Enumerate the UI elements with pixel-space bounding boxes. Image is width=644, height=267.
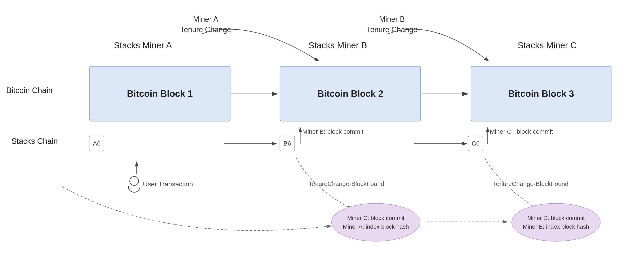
stacks-miner-a-label: Stacks Miner A — [114, 41, 172, 50]
btc-chain-label: Bitcoin Chain — [6, 86, 52, 95]
ellipse-2: Miner D: block commit Miner B: index blo… — [512, 203, 600, 241]
btc-block-1: Bitcoin Block 1 — [89, 66, 230, 121]
miner-b-commit-label: Miner B: block commit — [302, 128, 364, 135]
stacks-block-b6: B6 — [280, 136, 295, 151]
tenure-change-blockfound-1-label: TenureChange-BlockFound — [308, 180, 384, 187]
stacks-block-c6: C6 — [468, 136, 483, 151]
ellipse-1: Miner C: block commit Miner A: index blo… — [331, 203, 420, 241]
miner-c-commit-label: Miner C : block commit — [490, 128, 553, 135]
btc-block-3: Bitcoin Block 3 — [471, 66, 612, 121]
stacks-miner-c-label: Stacks Miner C — [518, 41, 577, 50]
tenure-change-b-label: Miner B Tenure Change — [366, 14, 418, 35]
stacks-block-a6: A6 — [89, 136, 104, 151]
user-icon — [128, 176, 140, 193]
tenure-change-a-label: Miner A Tenure Change — [180, 14, 231, 35]
stacks-chain-label: Stacks Chain — [12, 137, 58, 146]
user-tx-label: User Transaction — [143, 180, 193, 188]
btc-block-2: Bitcoin Block 2 — [280, 66, 421, 121]
tenure-change-blockfound-2-label: TenureChange-BlockFound — [493, 180, 568, 187]
stacks-miner-b-label: Stacks Miner B — [308, 41, 367, 50]
diagram: Bitcoin Chain Stacks Chain Stacks Miner … — [0, 0, 644, 267]
